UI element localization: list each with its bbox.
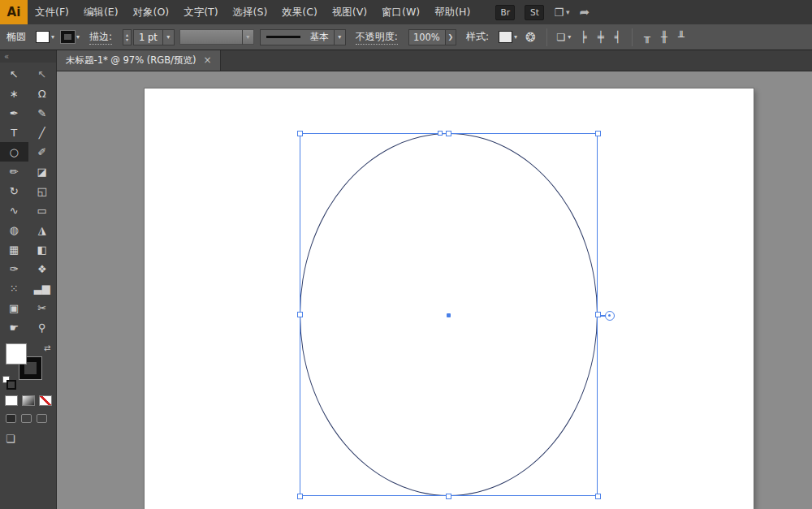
menu-bar: Ai 文件(F) 编辑(E) 对象(O) 文字(T) 选择(S) 效果(C) 视… bbox=[0, 0, 812, 24]
tool-hand[interactable]: ☛ bbox=[0, 317, 28, 337]
menu-window[interactable]: 窗口(W) bbox=[374, 0, 427, 24]
brush-definition-dropdown[interactable]: ▾ bbox=[179, 29, 254, 45]
tool-line-segment[interactable]: ╱ bbox=[28, 123, 57, 142]
selection-handle-bottom-left[interactable] bbox=[297, 494, 303, 499]
tool-lasso[interactable]: Ω bbox=[28, 84, 57, 103]
selection-handle-top-center[interactable] bbox=[446, 131, 451, 136]
opacity-input[interactable]: 100% bbox=[408, 29, 446, 45]
tool-direct-selection[interactable]: ↖ bbox=[28, 64, 57, 84]
none-button[interactable] bbox=[39, 395, 52, 406]
align-right-button[interactable]: ╡ bbox=[609, 29, 626, 45]
tool-zoom[interactable]: ⚲ bbox=[28, 317, 57, 337]
menu-select[interactable]: 选择(S) bbox=[226, 0, 275, 24]
tool-eraser[interactable]: ◪ bbox=[28, 162, 57, 181]
tool-paintbrush[interactable]: ✐ bbox=[28, 142, 57, 162]
tool-blend[interactable]: ❖ bbox=[28, 259, 57, 278]
tool-pencil[interactable]: ✏ bbox=[0, 162, 28, 181]
graphic-style-dropdown[interactable]: ▾ bbox=[499, 31, 517, 43]
tool-magic-wand[interactable]: ∗ bbox=[0, 84, 28, 103]
close-icon[interactable]: × bbox=[203, 54, 211, 66]
document-tab[interactable]: 未标题-1* @ 97% (RGB/预览) × bbox=[57, 50, 221, 71]
tool-pen[interactable]: ✒ bbox=[0, 103, 28, 123]
tool-mesh[interactable]: ▦ bbox=[0, 239, 28, 259]
draw-behind-button[interactable] bbox=[21, 414, 32, 423]
color-controls: ⇄ bbox=[0, 342, 56, 394]
align-options-dropdown[interactable]: ❏ ▾ bbox=[557, 32, 572, 43]
chevron-down-icon: ▾ bbox=[76, 33, 80, 41]
default-fill-stroke-icon[interactable] bbox=[2, 376, 10, 383]
selection-handle-top-left[interactable] bbox=[297, 131, 303, 136]
toolbar-collapse[interactable]: « bbox=[0, 50, 56, 63]
tool-gradient[interactable]: ◧ bbox=[28, 239, 57, 259]
anchor-point-top[interactable] bbox=[438, 131, 443, 136]
align-top-button[interactable]: ╥ bbox=[638, 29, 655, 45]
stroke-panel-link[interactable]: 描边: bbox=[89, 30, 112, 45]
tool-selection[interactable]: ↖ bbox=[0, 64, 28, 84]
selection-handle-top-right[interactable] bbox=[595, 131, 601, 136]
draw-inside-button[interactable] bbox=[37, 414, 47, 423]
align-center-horizontal-button[interactable]: ╪ bbox=[592, 29, 609, 45]
share-icon[interactable]: ➦ bbox=[580, 5, 590, 19]
align-bottom-button[interactable]: ╨ bbox=[672, 29, 689, 45]
collapse-icon: « bbox=[4, 52, 9, 61]
fill-color-swatch bbox=[36, 31, 50, 43]
profile-name: 基本 bbox=[305, 31, 334, 43]
selection-handle-middle-right[interactable] bbox=[595, 312, 601, 317]
workspace-switcher[interactable]: ❐ ▾ bbox=[554, 6, 569, 19]
selection-handle-bottom-right[interactable] bbox=[595, 494, 601, 499]
color-button[interactable] bbox=[5, 395, 18, 406]
illustrator-logo-icon: Ai bbox=[0, 0, 28, 24]
opacity-panel-link[interactable]: 不透明度: bbox=[356, 30, 398, 45]
menu-object[interactable]: 对象(O) bbox=[126, 0, 177, 24]
center-point[interactable] bbox=[447, 313, 451, 317]
graphic-style-swatch bbox=[499, 31, 512, 43]
chevron-down-icon: ▾ bbox=[514, 33, 517, 41]
tool-column-graph[interactable]: ▃▆ bbox=[28, 278, 57, 298]
opacity-dropdown-arrow[interactable]: ❯ bbox=[446, 29, 456, 45]
align-middle-vertical-button[interactable]: ╫ bbox=[655, 29, 672, 45]
fill-color-dropdown[interactable]: ▾ bbox=[36, 31, 54, 43]
selection-handle-bottom-center[interactable] bbox=[446, 494, 451, 499]
draw-normal-button[interactable] bbox=[6, 414, 16, 423]
tool-rotate[interactable]: ↻ bbox=[0, 181, 28, 201]
align-left-button[interactable]: ╞ bbox=[575, 29, 592, 45]
tool-free-transform[interactable]: ▭ bbox=[28, 201, 57, 220]
gradient-button[interactable] bbox=[22, 395, 35, 406]
workspace-icon: ❐ bbox=[554, 6, 564, 19]
tool-scale[interactable]: ◱ bbox=[28, 181, 57, 201]
tool-artboard[interactable]: ▣ bbox=[0, 298, 28, 317]
tool-slice[interactable]: ✂ bbox=[28, 298, 57, 317]
tool-width[interactable]: ∿ bbox=[0, 201, 28, 220]
menu-file[interactable]: 文件(F) bbox=[28, 0, 76, 24]
recolor-artwork-icon[interactable]: ❂ bbox=[525, 30, 536, 45]
fill-color-box[interactable] bbox=[6, 343, 27, 364]
chevron-down-icon: ▾ bbox=[338, 33, 341, 41]
tool-shape-builder[interactable]: ◍ bbox=[0, 220, 28, 239]
document-tab-bar: 未标题-1* @ 97% (RGB/预览) × bbox=[57, 50, 812, 71]
color-mode-buttons bbox=[0, 395, 56, 406]
variable-width-profile-dropdown[interactable]: 基本 ▾ bbox=[260, 29, 346, 45]
menu-view[interactable]: 视图(V) bbox=[325, 0, 374, 24]
tool-ellipse[interactable]: ○ bbox=[0, 142, 28, 162]
stroke-weight-stepper[interactable]: ▴ ▾ bbox=[123, 29, 132, 45]
menu-type[interactable]: 文字(T) bbox=[176, 0, 225, 24]
bridge-button[interactable]: Br bbox=[495, 5, 515, 20]
align-options-icon: ❏ bbox=[557, 32, 566, 43]
menu-help[interactable]: 帮助(H) bbox=[427, 0, 477, 24]
menu-edit[interactable]: 编辑(E) bbox=[76, 0, 126, 24]
tool-eyedropper[interactable]: ✑ bbox=[0, 259, 28, 278]
swap-fill-stroke-icon[interactable]: ⇄ bbox=[44, 343, 50, 352]
tool-curvature[interactable]: ✎ bbox=[28, 103, 57, 123]
stock-button[interactable]: St bbox=[525, 5, 544, 20]
selection-handle-middle-left[interactable] bbox=[297, 312, 303, 317]
live-shape-widget[interactable] bbox=[605, 311, 615, 321]
tool-type[interactable]: T bbox=[0, 123, 28, 142]
stroke-profile-preview bbox=[266, 36, 300, 38]
tool-symbol-sprayer[interactable]: ⁙ bbox=[0, 278, 28, 298]
stroke-color-dropdown[interactable]: ▾ bbox=[61, 31, 80, 43]
tool-perspective-grid[interactable]: ◮ bbox=[28, 220, 57, 239]
stroke-weight-dropdown[interactable]: 1 pt ▾ bbox=[133, 29, 175, 45]
menu-effect[interactable]: 效果(C) bbox=[274, 0, 324, 24]
opacity-value: 100% bbox=[413, 32, 440, 43]
change-screen-mode-button[interactable]: ❏ bbox=[6, 433, 19, 445]
